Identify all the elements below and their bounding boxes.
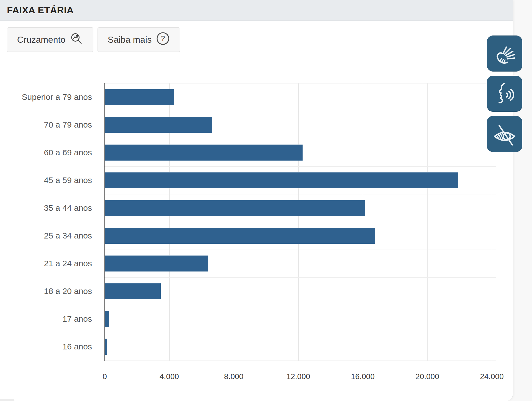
x-tick-label: 24.000	[472, 369, 511, 381]
bar-18-a-20-anos[interactable]	[105, 283, 161, 299]
bar-row	[105, 305, 492, 333]
bar-row	[105, 111, 492, 139]
x-tick-label: 4.000	[150, 369, 189, 381]
bar-16-anos[interactable]	[105, 339, 107, 355]
bar-row	[105, 222, 492, 250]
category-label: Superior a 79 anos	[0, 83, 98, 111]
category-label: 45 a 59 anos	[0, 166, 98, 194]
bar-60-a-69-anos[interactable]	[105, 144, 303, 161]
bar-row	[105, 166, 492, 194]
speech-button[interactable]	[487, 76, 522, 112]
bar-45-a-59-anos[interactable]	[105, 172, 458, 188]
bar-70-a-79-anos[interactable]	[105, 117, 212, 133]
x-axis-ticks: 04.0008.00012.00016.00020.00024.000	[0, 369, 513, 385]
sign-language-icon	[491, 40, 518, 67]
bar-17-anos[interactable]	[105, 311, 109, 327]
x-tick-label: 16.000	[343, 369, 382, 381]
x-tick-label: 12.000	[279, 369, 318, 381]
bar-row	[105, 194, 492, 222]
next-card-edge	[0, 399, 14, 401]
horizontal-gridline	[105, 361, 496, 361]
bar-25-a-34-anos[interactable]	[105, 228, 375, 244]
bar-chart: Superior a 79 anos70 a 79 anos60 a 69 an…	[0, 0, 513, 401]
bar-21-a-24-anos[interactable]	[105, 255, 208, 271]
plot-area	[105, 83, 492, 361]
category-label: 21 a 24 anos	[0, 250, 98, 277]
bar-35-a-44-anos[interactable]	[105, 200, 365, 216]
eye-slash-icon	[491, 120, 518, 148]
sign-language-button[interactable]	[487, 35, 522, 72]
bar-row	[105, 333, 492, 361]
faixa-etaria-panel: FAIXA ETÁRIA Cruzamento Saiba mais ? Sup…	[0, 0, 513, 401]
category-label: 18 a 20 anos	[0, 277, 98, 305]
x-tick-label: 20.000	[408, 369, 447, 381]
x-tick-label: 8.000	[214, 369, 253, 381]
bar-superior-a-79-anos[interactable]	[105, 89, 174, 105]
category-label: 25 a 34 anos	[0, 222, 98, 250]
bar-row	[105, 139, 492, 166]
category-label: 70 a 79 anos	[0, 111, 98, 139]
bar-row	[105, 250, 492, 277]
category-label: 17 anos	[0, 305, 98, 333]
speech-icon	[491, 80, 518, 108]
category-label: 60 a 69 anos	[0, 139, 98, 166]
bar-row	[105, 83, 492, 111]
low-vision-button[interactable]	[487, 116, 522, 152]
bar-row	[105, 277, 492, 305]
category-label: 35 a 44 anos	[0, 194, 98, 222]
category-label: 16 anos	[0, 333, 98, 361]
x-tick-label: 0	[85, 369, 124, 381]
